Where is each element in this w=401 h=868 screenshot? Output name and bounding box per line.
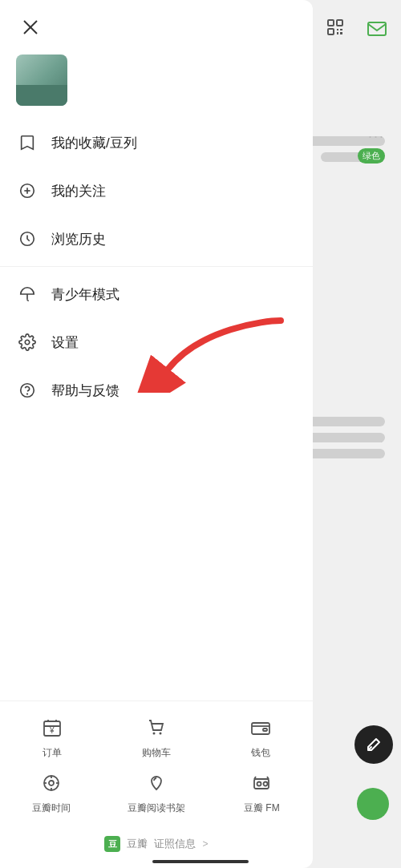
wallet-label: 钱包 bbox=[251, 746, 270, 760]
menu-item-history[interactable]: 浏览历史 bbox=[0, 215, 313, 263]
question-circle-icon bbox=[16, 379, 38, 402]
svg-rect-2 bbox=[328, 29, 334, 34]
menu-list: 我的收藏/豆列 我的关注 浏览历史 bbox=[0, 119, 313, 700]
scan-icon[interactable] bbox=[326, 18, 345, 41]
menu-item-youth-mode[interactable]: 青少年模式 bbox=[0, 270, 313, 318]
svg-rect-0 bbox=[328, 20, 334, 26]
svg-rect-3 bbox=[368, 22, 386, 35]
umbrella-icon bbox=[16, 283, 38, 305]
douban-time-icon bbox=[41, 773, 62, 798]
avatar[interactable] bbox=[16, 55, 67, 106]
douban-fm-icon bbox=[251, 773, 272, 798]
svg-point-12 bbox=[21, 384, 34, 398]
svg-point-21 bbox=[49, 781, 54, 785]
svg-point-11 bbox=[25, 340, 30, 345]
bottom-row-2: 豆瓣时间 豆瓣阅读书架 bbox=[0, 766, 313, 822]
bottom-item-cart[interactable]: 购物车 bbox=[124, 714, 188, 763]
cart-icon bbox=[146, 717, 167, 743]
svg-point-16 bbox=[153, 733, 156, 735]
svg-point-27 bbox=[257, 782, 261, 786]
divider-1 bbox=[0, 266, 313, 267]
douban-read-label: 豆瓣阅读书架 bbox=[128, 801, 185, 815]
footer-brand: 豆瓣 bbox=[127, 837, 148, 851]
menu-item-help[interactable]: 帮助与反馈 bbox=[0, 366, 313, 414]
bg-badge: 绿色 bbox=[358, 148, 385, 164]
douban-read-icon bbox=[146, 773, 167, 798]
svg-rect-1 bbox=[337, 20, 342, 26]
menu-label-following: 我的关注 bbox=[51, 182, 106, 200]
orders-icon: ¥ bbox=[42, 717, 63, 743]
clock-icon bbox=[16, 228, 38, 250]
svg-point-28 bbox=[264, 782, 268, 786]
bottom-bar: ¥ 订单 购物车 bbox=[0, 700, 313, 828]
svg-point-17 bbox=[160, 733, 162, 735]
footer-logo: 豆 bbox=[104, 836, 120, 852]
plus-circle-icon bbox=[16, 180, 38, 202]
bg-dots-1: ··· bbox=[368, 128, 385, 145]
menu-label-help: 帮助与反馈 bbox=[51, 382, 119, 400]
home-indicator bbox=[152, 860, 249, 863]
menu-item-favorites[interactable]: 我的收藏/豆列 bbox=[0, 119, 313, 167]
drawer-header bbox=[0, 0, 313, 48]
orders-label: 订单 bbox=[43, 746, 62, 760]
wallet-icon bbox=[250, 717, 271, 743]
avatar-area bbox=[0, 48, 313, 119]
cart-label: 购物车 bbox=[142, 746, 171, 760]
mail-icon[interactable] bbox=[366, 18, 388, 43]
side-drawer: 我的收藏/豆列 我的关注 浏览历史 bbox=[0, 0, 313, 868]
menu-item-following[interactable]: 我的关注 bbox=[0, 167, 313, 215]
bottom-item-douban-fm[interactable]: 豆瓣 FM bbox=[229, 769, 294, 818]
bottom-item-douban-time[interactable]: 豆瓣时间 bbox=[19, 769, 83, 818]
menu-label-history: 浏览历史 bbox=[51, 230, 106, 248]
close-button[interactable] bbox=[16, 13, 45, 42]
bottom-item-douban-read[interactable]: 豆瓣阅读书架 bbox=[121, 769, 192, 818]
bottom-row-1: ¥ 订单 购物车 bbox=[0, 711, 313, 766]
menu-item-settings[interactable]: 设置 bbox=[0, 318, 313, 366]
footer-cert: 证照信息 bbox=[154, 837, 196, 851]
svg-rect-19 bbox=[263, 729, 267, 731]
gear-icon bbox=[16, 331, 38, 353]
bottom-item-orders[interactable]: ¥ 订单 bbox=[20, 714, 84, 763]
menu-label-youth: 青少年模式 bbox=[51, 285, 119, 304]
bottom-item-wallet[interactable]: 钱包 bbox=[229, 714, 293, 763]
fab-button[interactable] bbox=[354, 725, 393, 764]
douban-time-label: 豆瓣时间 bbox=[32, 801, 71, 815]
menu-label-favorites: 我的收藏/豆列 bbox=[51, 134, 137, 152]
douban-fm-label: 豆瓣 FM bbox=[244, 801, 280, 815]
green-circle-avatar bbox=[357, 788, 389, 820]
menu-label-settings: 设置 bbox=[51, 333, 79, 352]
bookmark-icon bbox=[16, 131, 38, 154]
bg-line-4 bbox=[305, 433, 385, 442]
svg-text:¥: ¥ bbox=[49, 726, 55, 735]
footer-chevron-icon: > bbox=[202, 838, 208, 850]
